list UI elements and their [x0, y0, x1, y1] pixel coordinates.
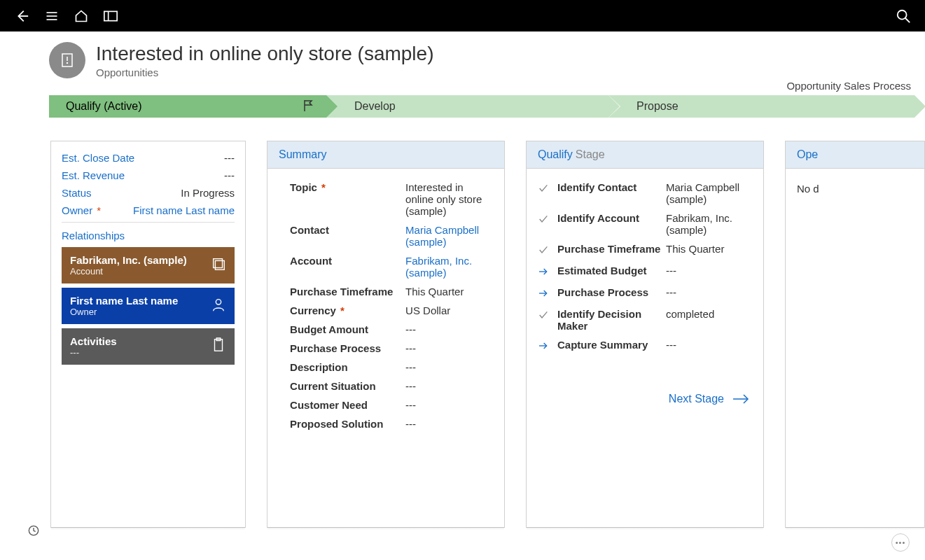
- summary-label: Current Situation: [290, 380, 405, 392]
- qualify-value: ---: [666, 265, 676, 276]
- side-field-label: Owner *: [62, 204, 101, 216]
- side-field-value: In Progress: [181, 187, 235, 199]
- qualify-row[interactable]: Identify ContactMaria Campbell (sample): [538, 181, 752, 205]
- qualify-value: ---: [666, 286, 676, 298]
- arrow-right-icon: [538, 339, 557, 354]
- relationship-sub: ---: [70, 347, 117, 358]
- summary-value: ---: [405, 361, 416, 373]
- page-title: Interested in online only store (sample): [96, 43, 433, 65]
- arrow-right-icon: [538, 286, 557, 301]
- record-type-icon: [49, 42, 85, 78]
- qualify-row[interactable]: Purchase TimeframeThis Quarter: [538, 243, 752, 258]
- relationship-title: Fabrikam, Inc. (sample): [70, 254, 187, 266]
- summary-card: Summary Topic *Interested in online only…: [267, 141, 505, 528]
- qualify-title: Qualify: [538, 148, 573, 160]
- qualify-stage-card: QualifyStage Identify ContactMaria Campb…: [526, 141, 764, 528]
- check-icon: [538, 181, 557, 196]
- side-field-row[interactable]: Owner *First name Last name: [62, 204, 235, 216]
- svg-rect-4: [104, 11, 117, 20]
- summary-value: ---: [405, 323, 416, 335]
- summary-value[interactable]: Maria Campbell (sample): [405, 224, 493, 248]
- stage-develop[interactable]: Develop: [326, 95, 608, 118]
- summary-value[interactable]: Fabrikam, Inc. (sample): [405, 255, 493, 279]
- relationship-title: First name Last name: [70, 295, 178, 307]
- page-header: Interested in online only store (sample)…: [0, 31, 925, 85]
- open-header: Ope: [786, 141, 924, 169]
- page-subtitle[interactable]: Opportunities: [96, 66, 433, 78]
- side-field-label: Est. Revenue: [62, 169, 125, 181]
- search-icon[interactable]: [896, 8, 911, 24]
- summary-label: Account: [290, 255, 405, 267]
- arrow-right-icon: [538, 265, 557, 279]
- stage-propose[interactable]: Propose: [608, 95, 914, 118]
- summary-row[interactable]: Purchase Process---: [290, 342, 493, 354]
- svg-point-14: [216, 300, 221, 304]
- side-field-value: ---: [224, 152, 235, 164]
- open-body: No d: [786, 169, 924, 209]
- qualify-label: Purchase Timeframe: [557, 243, 666, 255]
- side-field-value[interactable]: First name Last name: [133, 204, 235, 216]
- qualify-row[interactable]: Identify Decision Makercompleted: [538, 308, 752, 332]
- summary-row[interactable]: ContactMaria Campbell (sample): [290, 224, 493, 248]
- summary-label: Description: [290, 361, 405, 373]
- svg-rect-13: [215, 260, 224, 270]
- qualify-value[interactable]: Fabrikam, Inc. (sample): [666, 212, 752, 236]
- stage-qualify[interactable]: Qualify (Active): [49, 95, 326, 118]
- qualify-value: ---: [666, 339, 676, 351]
- summary-value: Interested in online only store (sample): [405, 181, 493, 217]
- clipboard-icon: [211, 337, 226, 356]
- stage-label: Develop: [354, 100, 396, 113]
- relationship-card[interactable]: First name Last nameOwner: [62, 288, 235, 324]
- open-card: Ope No d: [785, 141, 925, 528]
- next-stage-label: Next Stage: [669, 393, 724, 405]
- summary-label: Currency *: [290, 304, 405, 316]
- side-field-row[interactable]: Est. Close Date---: [62, 152, 235, 164]
- next-stage-button[interactable]: Next Stage: [527, 372, 763, 405]
- side-field-row[interactable]: Est. Revenue---: [62, 169, 235, 181]
- relationship-sub: Account: [70, 266, 187, 276]
- summary-row[interactable]: Current Situation---: [290, 380, 493, 392]
- qualify-row[interactable]: Identify AccountFabrikam, Inc. (sample): [538, 212, 752, 236]
- more-icon[interactable]: •••: [891, 533, 910, 552]
- summary-row[interactable]: Purchase TimeframeThis Quarter: [290, 286, 493, 298]
- qualify-row[interactable]: Purchase Process---: [538, 286, 752, 301]
- qualify-value: completed: [666, 308, 714, 320]
- summary-header: Summary: [267, 141, 504, 169]
- stage-word: Stage: [576, 148, 605, 160]
- summary-label: Contact: [290, 224, 405, 236]
- qualify-label: Identify Contact: [557, 181, 666, 193]
- qualify-value[interactable]: Maria Campbell (sample): [666, 181, 752, 205]
- summary-value: US Dollar: [405, 304, 450, 316]
- qualify-label: Estimated Budget: [557, 265, 666, 276]
- panel-icon[interactable]: [104, 10, 118, 22]
- detail-side-card: Est. Close Date---Est. Revenue---StatusI…: [50, 141, 246, 528]
- summary-row[interactable]: Customer Need---: [290, 399, 493, 411]
- process-stages: Qualify (Active) Develop Propose: [49, 95, 914, 118]
- back-icon[interactable]: [14, 8, 29, 24]
- qualify-label: Identify Decision Maker: [557, 308, 666, 332]
- relationship-card[interactable]: Activities---: [62, 328, 235, 365]
- qualify-row[interactable]: Estimated Budget---: [538, 265, 752, 279]
- relationship-card[interactable]: Fabrikam, Inc. (sample)Account: [62, 247, 235, 284]
- home-icon[interactable]: [74, 9, 88, 23]
- summary-row[interactable]: Currency *US Dollar: [290, 304, 493, 316]
- summary-row[interactable]: Budget Amount---: [290, 323, 493, 335]
- svg-rect-12: [214, 259, 223, 268]
- side-field-row[interactable]: StatusIn Progress: [62, 187, 235, 199]
- clock-icon[interactable]: [28, 525, 39, 539]
- side-field-label: Est. Close Date: [62, 152, 134, 164]
- qualify-value: This Quarter: [666, 243, 724, 255]
- summary-row[interactable]: Topic *Interested in online only store (…: [290, 181, 493, 217]
- process-name: Opportunity Sales Process: [0, 80, 925, 92]
- person-icon: [211, 297, 226, 315]
- summary-row[interactable]: AccountFabrikam, Inc. (sample): [290, 255, 493, 279]
- qualify-header: QualifyStage: [527, 141, 763, 169]
- summary-value: ---: [405, 418, 416, 430]
- summary-row[interactable]: Description---: [290, 361, 493, 373]
- menu-icon[interactable]: [45, 9, 59, 23]
- qualify-row[interactable]: Capture Summary---: [538, 339, 752, 354]
- flag-icon: [302, 99, 314, 115]
- summary-value: ---: [405, 380, 416, 392]
- summary-row[interactable]: Proposed Solution---: [290, 418, 493, 430]
- top-bar: [0, 0, 925, 31]
